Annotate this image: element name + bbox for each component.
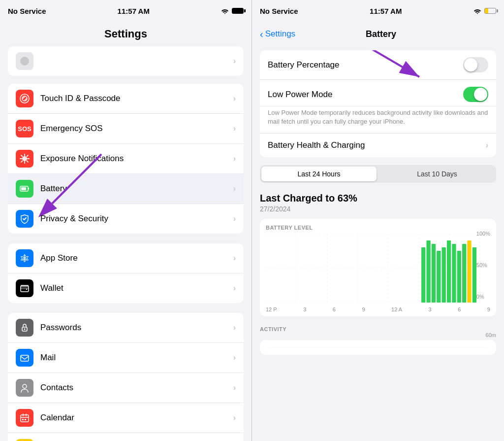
partial-chevron: › — [233, 57, 236, 66]
x-label-3: 9 — [362, 306, 365, 312]
x-label-4: 12 A — [391, 306, 402, 312]
settings-item-appstore[interactable]: App Store › — [8, 243, 244, 273]
low-power-mode-label: Low Power Mode — [268, 90, 332, 100]
battery-percentage-toggle[interactable] — [463, 57, 488, 72]
settings-item-privacy[interactable]: Privacy & Security › — [8, 204, 244, 234]
svg-rect-51 — [452, 244, 456, 303]
touch-id-label: Touch ID & Passcode — [40, 94, 233, 103]
settings-item-touch-id[interactable]: Touch ID & Passcode › — [8, 84, 244, 114]
touch-id-icon — [16, 90, 33, 107]
battery-content: Battery Percentage Low Power Mode — [252, 46, 504, 441]
passwords-icon-svg — [19, 322, 30, 333]
svg-rect-55 — [472, 247, 476, 303]
battery-fill — [485, 8, 488, 13]
svg-line-11 — [27, 155, 28, 156]
calendar-icon-svg — [19, 412, 30, 423]
svg-rect-22 — [21, 355, 29, 361]
settings-content: Touch ID & Passcode › SOS Emergency SOS … — [0, 80, 252, 441]
svg-point-1 — [20, 57, 29, 66]
exposure-icon-svg — [19, 153, 30, 164]
left-status-bar: No Service 11:57 AM — [0, 0, 252, 22]
battery-percentage-row: Battery Percentage — [260, 50, 496, 80]
x-label-7: 9 — [487, 306, 490, 312]
svg-line-10 — [27, 161, 28, 162]
exposure-label: Exposure Notifications — [40, 154, 233, 164]
time-btn-10d-label: Last 10 Days — [417, 170, 457, 178]
settings-item-notes[interactable]: Notes › — [8, 433, 244, 441]
left-time: 11:57 AM — [118, 7, 150, 15]
low-power-mode-thumb — [474, 88, 487, 101]
left-page-title: Settings — [104, 28, 147, 40]
left-page-header: Settings — [0, 22, 252, 46]
battery-settings-group: Battery Percentage Low Power Mode — [260, 50, 496, 157]
svg-point-4 — [22, 156, 27, 161]
svg-rect-18 — [21, 287, 29, 289]
svg-rect-49 — [442, 247, 446, 303]
svg-point-23 — [23, 384, 27, 388]
x-label-6: 6 — [458, 306, 461, 312]
wallet-icon-svg — [19, 283, 30, 294]
exposure-chevron: › — [233, 154, 236, 163]
x-label-2: 6 — [333, 306, 336, 312]
svg-rect-47 — [432, 244, 436, 303]
contacts-label: Contacts — [40, 383, 233, 393]
passwords-chevron: › — [233, 323, 236, 332]
last-charged-date: 27/2/2024 — [260, 205, 496, 213]
passwords-icon — [16, 319, 33, 337]
time-btn-10d[interactable]: Last 10 Days — [379, 167, 495, 181]
battery-health-row[interactable]: Battery Health & Charging › — [260, 133, 496, 157]
settings-item-calendar[interactable]: Calendar › — [8, 403, 244, 433]
right-battery-icon — [484, 8, 496, 14]
settings-item-passwords[interactable]: Passwords › — [8, 313, 244, 343]
appstore-label: App Store — [40, 253, 233, 263]
passwords-label: Passwords — [40, 323, 233, 333]
contacts-chevron: › — [233, 383, 236, 392]
appstore-icon-svg — [19, 253, 30, 264]
wallet-chevron: › — [233, 284, 236, 293]
svg-rect-52 — [457, 251, 461, 303]
contacts-icon — [16, 379, 33, 397]
privacy-icon-svg — [19, 213, 30, 224]
appstore-icon — [16, 249, 33, 267]
battery-health-label: Battery Health & Charging — [268, 140, 365, 150]
fingerprint-icon-svg — [19, 93, 30, 104]
x-label-1: 3 — [303, 306, 306, 312]
svg-rect-45 — [421, 247, 425, 303]
svg-point-21 — [24, 329, 26, 330]
right-wifi-icon — [473, 8, 481, 14]
svg-rect-50 — [447, 240, 451, 303]
settings-item-mail[interactable]: Mail › — [8, 343, 244, 373]
touch-id-chevron: › — [233, 94, 236, 103]
calendar-icon — [16, 409, 33, 427]
battery-icon-svg — [19, 183, 30, 194]
mail-chevron: › — [233, 353, 236, 362]
settings-item-exposure[interactable]: Exposure Notifications › — [8, 144, 244, 174]
last-charged-title: Last Charged to 63% — [260, 193, 496, 204]
svg-point-0 — [224, 13, 225, 14]
settings-item-sos[interactable]: SOS Emergency SOS › — [8, 114, 244, 144]
settings-item-contacts[interactable]: Contacts › — [8, 373, 244, 403]
partial-icon-svg — [20, 56, 30, 66]
low-power-note: Low Power Mode temporarily reduces backg… — [260, 106, 496, 133]
battery-chart-svg — [266, 234, 490, 303]
scroll-top-item: › — [8, 46, 244, 76]
battery-chevron: › — [233, 184, 236, 193]
battery-settings-label: Battery — [40, 184, 233, 194]
privacy-label: Privacy & Security — [40, 214, 233, 224]
wifi-icon — [221, 8, 229, 14]
partial-icon — [16, 52, 33, 70]
left-status-right — [221, 8, 244, 14]
time-btn-24h[interactable]: Last 24 Hours — [261, 167, 377, 181]
notes-icon — [16, 439, 33, 441]
low-power-mode-row: Low Power Mode — [260, 80, 496, 106]
last-charged: Last Charged to 63% 27/2/2024 — [252, 189, 504, 215]
svg-point-33 — [476, 13, 478, 14]
back-button[interactable]: ‹ Settings — [260, 29, 295, 40]
svg-line-9 — [21, 155, 22, 156]
settings-group-2: App Store › Wallet › — [8, 243, 244, 303]
time-selector: Last 24 Hours Last 10 Days — [260, 165, 496, 183]
x-label-0: 12 P — [266, 306, 277, 312]
settings-item-wallet[interactable]: Wallet › — [8, 273, 244, 303]
settings-item-battery[interactable]: Battery › — [8, 174, 244, 204]
low-power-mode-toggle[interactable] — [463, 87, 488, 102]
